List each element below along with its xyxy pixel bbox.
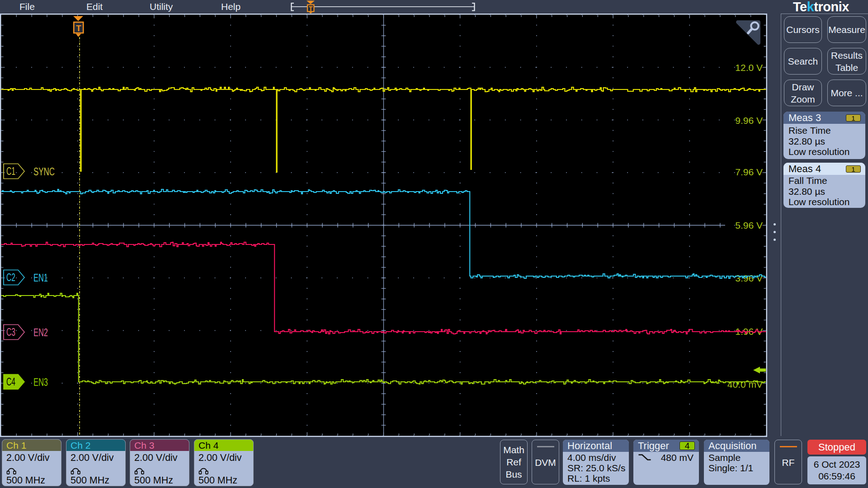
svg-text:C1: C1 xyxy=(6,165,15,177)
svg-text:EN1: EN1 xyxy=(33,272,48,284)
svg-text:3.96 V: 3.96 V xyxy=(735,273,763,283)
svg-text:C4: C4 xyxy=(6,376,15,388)
svg-text:EN3: EN3 xyxy=(33,376,48,388)
svg-text:C2: C2 xyxy=(6,272,15,283)
svg-text:12.0 V: 12.0 V xyxy=(735,62,763,73)
svg-text:T: T xyxy=(76,23,81,33)
svg-text:T: T xyxy=(309,5,313,12)
svg-text:EN2: EN2 xyxy=(33,326,48,338)
svg-text:SYNC: SYNC xyxy=(33,165,55,178)
svg-text:7.96 V: 7.96 V xyxy=(735,167,763,177)
svg-text:9.96 V: 9.96 V xyxy=(735,115,763,126)
svg-text:5.96 V: 5.96 V xyxy=(735,220,763,230)
svg-text:C3: C3 xyxy=(6,326,15,338)
